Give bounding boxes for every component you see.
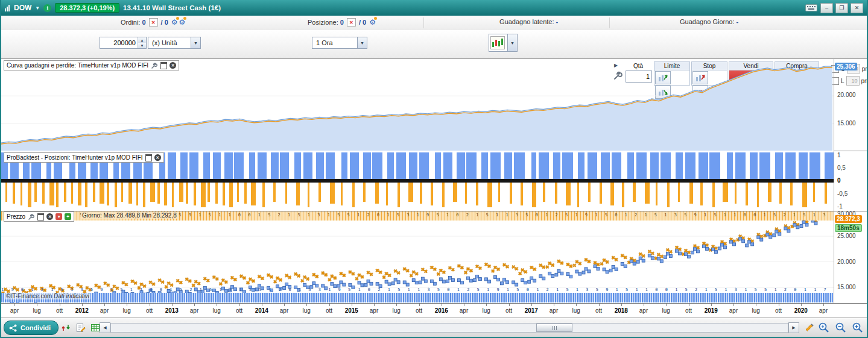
chart-type-button[interactable]: ▼ (489, 34, 518, 52)
equity-current-badge: 25.306 (835, 63, 857, 70)
maximize-button[interactable]: ❐ (835, 3, 848, 13)
quantity-stepper[interactable]: ▲▼ (100, 37, 147, 49)
equity-close-icon[interactable]: ✕ (169, 62, 176, 69)
minimize-button[interactable]: – (820, 3, 833, 13)
limit-l-input[interactable] (846, 76, 860, 86)
close-button[interactable]: ✕ (851, 3, 863, 13)
unit-caret-icon: ▼ (191, 37, 200, 48)
positions-tick-1: 1 (837, 152, 841, 158)
equity-tick-15000: 15.000 (837, 120, 856, 127)
zoom-select-icon[interactable] (817, 321, 831, 335)
notes-icon[interactable] (74, 321, 88, 335)
quantity-down-icon[interactable]: ▼ (138, 43, 146, 48)
time-axis-label: ott (685, 307, 692, 314)
watermark-brand: ©IT-Finance.com (6, 293, 52, 299)
limit-l-row: L pnt (831, 76, 868, 86)
zoom-in-icon[interactable] (851, 321, 865, 335)
session-title: 13.41.10 Wall Street Cash (1€) (123, 4, 221, 11)
price-strip-digits: 5 1 5 0 1 2 1 5 1 3 5 9 1 5 1 1 0 0 1 5 … (80, 213, 832, 218)
price-close-icon[interactable]: ✕ (46, 213, 53, 220)
time-axis-label: 2018 (615, 307, 628, 314)
unrealized-pl-value: - (556, 18, 559, 25)
positions-tick-0: 0 (837, 177, 841, 184)
time-axis-label: 2013 (165, 307, 179, 314)
time-axis-label: apr (639, 307, 648, 314)
info-icon[interactable]: i (43, 4, 51, 12)
scroll-left-button[interactable]: ◀ (100, 322, 110, 333)
chart-type-preview-icon (489, 36, 507, 49)
quantity-input[interactable] (100, 37, 138, 48)
scroll-right-button[interactable]: ▶ (788, 322, 799, 333)
draw-tool-icon[interactable] (802, 321, 817, 335)
time-axis-label: apr (729, 307, 738, 314)
volume-strip-digits: 1 5 0 1 2 1 5 1 3 5 9 1 5 1 1 0 0 1 5 2 … (1, 287, 834, 292)
stop-s-unit: pnt (862, 66, 868, 72)
unrealized-pl-label: Guadagno latente: (499, 18, 554, 25)
time-axis-label: lug (303, 307, 311, 314)
orders-label: Ordini: (121, 19, 140, 26)
position-total: / 0 (359, 19, 366, 26)
equity-tick-20000: 20.000 (837, 92, 856, 98)
time-axis-label: apr (280, 307, 288, 314)
share-label: Condividi (21, 324, 51, 331)
equity-wrench-icon[interactable] (151, 62, 158, 69)
quantity-up-icon[interactable]: ▲ (138, 37, 146, 43)
instrument-name: DOW (14, 4, 31, 12)
orders-count: 0 (142, 19, 145, 26)
price-tick-20000: 20.000 (837, 258, 856, 265)
time-axis-label: lug (752, 307, 760, 314)
limit-l-unit: pnt (861, 78, 868, 84)
time-axis-label: ott (775, 307, 782, 314)
time-axis-label: ott (505, 307, 512, 314)
zoom-out-icon[interactable] (834, 321, 848, 335)
close-position-icon[interactable]: ✕ (347, 18, 356, 27)
time-axis-label: 2020 (794, 307, 808, 314)
last-price-badge: 28.372,3 (835, 215, 862, 223)
equity-chart[interactable] (1, 59, 834, 151)
instrument-dropdown-caret[interactable]: ▼ (35, 5, 40, 11)
day-pl-value: - (737, 18, 739, 25)
cancel-orders-icon[interactable]: ✕ (149, 18, 158, 27)
position-settings-icon[interactable]: ⚙ (369, 18, 376, 27)
time-axis-label: ott (416, 307, 422, 314)
time-axis-label: 2017 (525, 307, 538, 314)
time-axis-label: 2014 (255, 307, 268, 314)
remove-indicator-icon[interactable]: ▼ (55, 213, 62, 220)
orders-settings-icon[interactable]: ⚙ (171, 18, 178, 27)
toolbar: ▲▼ (x) Unità ▼ 1 Ora ▼ ▼ ▶ Qtà (1, 30, 867, 59)
bottom-toolbar: Condividi ◀ ▶ (1, 318, 868, 337)
price-wrench-icon[interactable] (28, 213, 35, 221)
time-axis-label: lug (213, 307, 221, 314)
share-button[interactable]: Condividi (4, 321, 59, 335)
equity-panel-title: Curva guadagni e perdite: TimeHunter v1p… (7, 62, 148, 69)
positions-restore-icon[interactable] (145, 154, 152, 161)
chart-type-caret-icon: ▼ (507, 34, 517, 51)
time-axis-label: 2019 (705, 307, 718, 314)
time-scrollbar-track[interactable] (110, 323, 788, 333)
time-axis-label: apr (100, 307, 109, 314)
bar-countdown-badge: 18m50s (835, 224, 862, 232)
add-indicator-icon[interactable]: + (65, 213, 71, 220)
signals-icon[interactable] (59, 321, 74, 335)
time-scrollbar-handle[interactable] (536, 324, 572, 332)
time-axis-label: ott (595, 307, 602, 314)
share-icon (9, 324, 17, 332)
price-restore-icon[interactable] (37, 213, 44, 221)
orders-settings2-icon[interactable]: ⚙ (179, 18, 186, 27)
timeframe-select[interactable]: 1 Ora ▼ (312, 37, 367, 49)
trade-frequency-strip (1, 293, 834, 302)
price-tick-25000: 25.000 (837, 233, 856, 239)
price-panel-header: Prezzo ✕ ▼ + (4, 211, 74, 222)
watermark: ©IT-Finance.com Dati indicativi (5, 293, 90, 299)
time-axis-label: apr (370, 307, 378, 314)
title-bar: DOW ▼ i 28.372,3 (+0,19%) 13.41.10 Wall … (1, 0, 867, 16)
position-label: Posizione: (308, 19, 338, 26)
time-axis-label: ott (326, 307, 332, 314)
equity-restore-icon[interactable] (160, 62, 167, 69)
time-axis-label: apr (819, 307, 828, 314)
time-axis-label: lug (662, 307, 670, 314)
unit-select[interactable]: (x) Unità ▼ (148, 37, 201, 49)
positions-close-icon[interactable]: ✕ (154, 154, 161, 161)
keyboard-icon[interactable] (805, 4, 818, 12)
time-axis-label: 2015 (345, 307, 358, 314)
